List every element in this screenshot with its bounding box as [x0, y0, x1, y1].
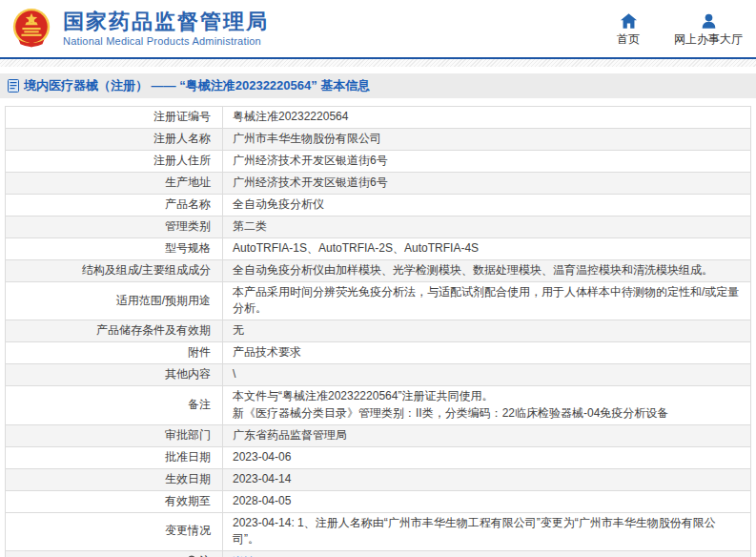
info-table-body: 注册证编号粤械注准20232220564注册人名称广州市丰华生物股份有限公司注册…: [6, 107, 751, 557]
table-row: 生产地址广州经济技术开发区银道街6号: [6, 173, 751, 195]
row-label: 批准日期: [6, 446, 223, 468]
nav-label: 网上办事大厅: [674, 31, 743, 48]
table-row: 产品名称全自动免疫分析仪: [6, 195, 751, 217]
table-row: 其他内容\: [6, 363, 751, 385]
user-icon: [701, 13, 717, 29]
row-value: 2023-04-06: [223, 446, 751, 468]
row-label: 备注: [6, 385, 223, 424]
row-value: 广州经济技术开发区银道街6号: [223, 151, 751, 173]
row-value: 广州市丰华生物股份有限公司: [223, 129, 751, 151]
row-value: 广东省药品监督管理局: [223, 424, 751, 446]
table-row: 型号规格AutoTRFIA-1S、AutoTRFIA-2S、AutoTRFIA-…: [6, 238, 751, 260]
table-row: 生效日期2023-04-14: [6, 468, 751, 490]
row-label: 其他内容: [6, 363, 223, 385]
row-label: 生产地址: [6, 173, 223, 195]
row-label: 变更情况: [6, 512, 223, 550]
row-label: 结构及组成/主要组成成分: [6, 260, 223, 282]
nav-item-home[interactable]: 首页: [611, 13, 645, 48]
row-value: 2023-04-14: 1、注册人名称由“广州市丰华生物工程有限公司”变更为“广…: [223, 512, 751, 550]
page-title-bar: 境内医疗器械（注册） —— “粤械注准20232220564” 基本信息: [0, 73, 756, 98]
info-table: 注册证编号粤械注准20232220564注册人名称广州市丰华生物股份有限公司注册…: [5, 106, 751, 557]
row-value: 粤械注准20232220564: [223, 107, 751, 129]
row-value: 本产品采用时间分辨荧光免疫分析法，与适配试剂配合使用，用于人体样本中待测物的定性…: [223, 282, 751, 320]
row-value: 2023-04-14: [223, 468, 751, 490]
site-header: 国家药品监督管理局 National Medical Products Admi…: [0, 0, 756, 59]
row-label: 有效期至: [6, 490, 223, 512]
row-value: 全自动免疫分析仪: [223, 195, 751, 217]
row-value: 2028-04-05: [223, 490, 751, 512]
home-icon: [621, 13, 637, 29]
row-value: AutoTRFIA-1S、AutoTRFIA-2S、AutoTRFIA-4S: [223, 238, 751, 260]
document-icon: [8, 79, 19, 93]
info-table-wrap: 注册证编号粤械注准20232220564注册人名称广州市丰华生物股份有限公司注册…: [5, 106, 751, 557]
brand: 国家药品监督管理局 National Medical Products Admi…: [10, 7, 269, 51]
row-label: 附件: [6, 341, 223, 363]
table-row: 适用范围/预期用途本产品采用时间分辨荧光免疫分析法，与适配试剂配合使用，用于人体…: [6, 282, 751, 320]
row-label: 生效日期: [6, 468, 223, 490]
china-national-emblem-icon: [10, 7, 53, 51]
org-title-cn: 国家药品监督管理局: [63, 10, 269, 33]
table-row: 注册证编号粤械注准20232220564: [6, 107, 751, 129]
row-label: 审批部门: [6, 424, 223, 446]
row-value: \: [223, 363, 751, 385]
table-row: 备注本文件与“粤械注准20232220564”注册证共同使用。 新《医疗器械分类…: [6, 385, 751, 424]
row-value: 本文件与“粤械注准20232220564”注册证共同使用。 新《医疗器械分类目录…: [223, 385, 751, 424]
nav-label: 首页: [617, 31, 640, 48]
org-title: 国家药品监督管理局 National Medical Products Admi…: [63, 10, 269, 47]
table-row: 产品储存条件及有效期无: [6, 320, 751, 341]
row-value: 产品技术要求: [223, 341, 751, 363]
table-row: 变更情况2023-04-14: 1、注册人名称由“广州市丰华生物工程有限公司”变…: [6, 512, 751, 550]
row-value: 广州经济技术开发区银道街6号: [223, 173, 751, 195]
page-title: 境内医疗器械（注册） —— “粤械注准20232220564” 基本信息: [24, 77, 370, 94]
row-label: 注: [6, 550, 223, 557]
row-value: 全自动免疫分析仪由加样模块、光学检测模块、数据处理模块、温育温控模块和清洗模块组…: [223, 260, 751, 282]
row-label: 管理类别: [6, 217, 223, 238]
nav-item-service-hall[interactable]: 网上办事大厅: [674, 13, 743, 48]
table-row: 批准日期2023-04-06: [6, 446, 751, 468]
org-title-en: National Medical Products Administration: [63, 35, 269, 47]
table-row: 注详情: [6, 550, 751, 557]
top-nav: 首页 网上办事大厅: [611, 13, 743, 48]
table-row: 注册人住所广州经济技术开发区银道街6号: [6, 151, 751, 173]
row-value: 详情: [223, 550, 751, 557]
table-row: 结构及组成/主要组成成分全自动免疫分析仪由加样模块、光学检测模块、数据处理模块、…: [6, 260, 751, 282]
row-label: 型号规格: [6, 238, 223, 260]
row-label: 产品名称: [6, 195, 223, 217]
hatch-strip: [0, 59, 756, 67]
row-value: 第二类: [223, 217, 751, 238]
table-row: 审批部门广东省药品监督管理局: [6, 424, 751, 446]
table-row: 注册人名称广州市丰华生物股份有限公司: [6, 129, 751, 151]
row-value: 无: [223, 320, 751, 341]
table-row: 管理类别第二类: [6, 217, 751, 238]
row-label: 产品储存条件及有效期: [6, 320, 223, 341]
row-label: 注册人名称: [6, 129, 223, 151]
row-label: 适用范围/预期用途: [6, 282, 223, 320]
table-row: 有效期至2028-04-05: [6, 490, 751, 512]
row-label: 注册证编号: [6, 107, 223, 129]
row-label: 注册人住所: [6, 151, 223, 173]
table-row: 附件产品技术要求: [6, 341, 751, 363]
